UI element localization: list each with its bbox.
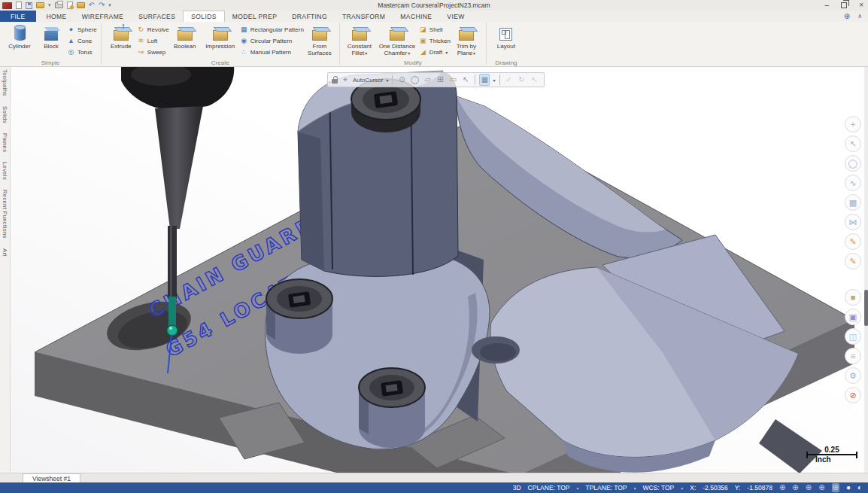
status-globe-active-icon[interactable]: ⊕ — [832, 483, 839, 492]
tab-wireframe[interactable]: WIREFRAME — [74, 11, 132, 22]
status-globe-icon[interactable]: ⊕ — [818, 483, 824, 492]
quickmask-select-drafting-button[interactable]: ✎ — [845, 253, 861, 269]
print-icon[interactable] — [55, 2, 63, 8]
quickmask-select-entity-button[interactable]: ↖ — [845, 135, 861, 152]
selection-end-icon[interactable]: ↖ — [530, 74, 540, 86]
quickmask-select-solids-button[interactable]: ■ — [845, 289, 861, 306]
viewport-scrollbar[interactable] — [864, 67, 868, 473]
constant-fillet-button[interactable]: Constant Fillet▾ — [344, 23, 375, 56]
quickmask-clear-selection-button[interactable]: ⊘ — [845, 387, 861, 403]
selection-icon[interactable]: ⊙ — [396, 74, 407, 86]
thicken-button[interactable]: ▣Thicken — [419, 36, 451, 45]
tab-machine[interactable]: MACHINE — [393, 11, 439, 22]
boss-bushing-bottom[interactable] — [359, 368, 425, 448]
quickmask-select-fence-button[interactable]: ▩ — [845, 194, 861, 211]
graphics-viewport[interactable]: CHAIN GUARD FI G54 LOCAT — [11, 67, 868, 473]
status-circle-icon[interactable]: ● — [846, 483, 851, 492]
draft-button[interactable]: ◢Draft▾ — [419, 47, 451, 56]
3d-model-canvas[interactable]: CHAIN GUARD FI G54 LOCAT — [11, 67, 868, 473]
cylinder-button[interactable]: Cylinder — [4, 23, 35, 50]
quickmask-select-splines-button[interactable]: ∿ — [845, 175, 861, 191]
torus-button[interactable]: ◎Torus — [67, 47, 97, 56]
status-globe-icon[interactable]: ⊕ — [806, 483, 812, 492]
open-dropdown-caret-icon[interactable]: ▾ — [48, 2, 51, 8]
viewsheet-tab[interactable]: Viewsheet #1 — [23, 473, 80, 482]
tab-model-prep[interactable]: MODEL PREP — [225, 11, 284, 22]
status-contrast-icon[interactable]: ◐ — [857, 483, 862, 492]
sphere-button[interactable]: ●Sphere — [67, 25, 97, 34]
edit-document-icon[interactable] — [67, 2, 73, 9]
selection-redo-icon[interactable]: ↻ — [517, 74, 527, 86]
tab-file[interactable]: FILE — [0, 11, 36, 22]
open-file-icon[interactable] — [36, 2, 44, 8]
cone-button[interactable]: ▲Cone — [67, 36, 97, 45]
quickmask-select-inbetween-button[interactable]: ⋈ — [845, 214, 861, 230]
status-tplane[interactable]: TPLANE: TOP — [586, 484, 627, 491]
rectangular-pattern-button[interactable]: ▦Rectangular Pattern — [240, 25, 304, 34]
from-surfaces-button[interactable]: From Surfaces — [304, 23, 335, 56]
redo-icon[interactable]: ↷ — [99, 2, 105, 9]
revolve-button[interactable]: ↻Revolve — [137, 25, 169, 34]
selection-cursor-icon[interactable]: ↖ — [460, 74, 471, 86]
tab-home[interactable]: HOME — [39, 11, 74, 22]
tab-transform[interactable]: TRANSFORM — [335, 11, 393, 22]
panel-tab-art[interactable]: Art — [2, 248, 8, 257]
status-globe-icon[interactable]: ⊕ — [779, 483, 785, 492]
lock-icon[interactable] — [332, 79, 338, 84]
close-button[interactable]: × — [859, 1, 863, 10]
selection-mode-active-icon[interactable]: ▦ — [479, 74, 490, 86]
boss-bushing-left[interactable] — [266, 279, 332, 354]
import-folder-icon[interactable] — [77, 2, 85, 8]
selection-mode-caret-icon[interactable]: ▾ — [493, 78, 495, 83]
quickmask-select-surfaces-button[interactable]: ▣ — [845, 309, 861, 325]
wcs-caret-icon[interactable]: ▾ — [681, 485, 683, 491]
panel-tab-levels[interactable]: Levels — [2, 162, 8, 180]
selection-validate-icon[interactable]: ✓ — [504, 74, 514, 86]
impression-button[interactable]: Impression — [201, 23, 240, 50]
quickmask-select-all-button[interactable]: + — [845, 116, 861, 132]
new-file-icon[interactable] — [16, 2, 22, 9]
status-globe-icon[interactable]: ⊕ — [792, 483, 798, 492]
selection-icon[interactable]: ⊞ — [435, 74, 445, 86]
selection-icon[interactable]: ▭ — [448, 74, 458, 86]
tab-solids[interactable]: SOLIDS — [183, 11, 225, 22]
status-mode[interactable]: 3D — [513, 484, 521, 491]
autocursor-icon[interactable]: ⌖ — [340, 74, 351, 86]
cplane-caret-icon[interactable]: ▾ — [576, 485, 578, 491]
shell-button[interactable]: ◪Shell — [419, 25, 451, 34]
undo-icon[interactable]: ↶ — [89, 2, 95, 9]
quickmask-settings-gear-button[interactable]: ⚙ — [845, 367, 861, 384]
customize-qat-caret-icon[interactable]: ▾ — [108, 2, 111, 8]
autocursor-caret-icon[interactable]: ▾ — [386, 78, 388, 83]
quickmask-select-labels-button[interactable]: ✎ — [845, 233, 861, 250]
restore-button[interactable] — [841, 2, 847, 8]
help-globe-icon[interactable]: ⊕ — [844, 12, 850, 21]
save-icon[interactable] — [26, 2, 32, 9]
boolean-button[interactable]: Boolean — [169, 23, 201, 50]
quickmask-select-circles-button[interactable]: ◯ — [845, 155, 861, 172]
block-button[interactable]: Block — [35, 23, 67, 50]
tab-view[interactable]: VIEW — [439, 11, 472, 22]
status-wcs[interactable]: WCS: TOP — [642, 484, 674, 491]
layout-button[interactable]: Layout — [490, 23, 522, 50]
quickmask-select-section-button[interactable]: ◫ — [845, 328, 861, 345]
selection-icon[interactable]: ◯ — [409, 74, 420, 86]
trim-by-plane-button[interactable]: Trim by Plane▾ — [451, 23, 482, 56]
panel-tab-toolpaths[interactable]: Toolpaths — [2, 69, 8, 96]
selection-icon[interactable]: ▱ — [422, 74, 432, 86]
tab-drafting[interactable]: DRAFTING — [284, 11, 335, 22]
one-distance-chamfer-button[interactable]: One Distance Chamfer▾ — [375, 23, 419, 56]
viewport-scrollbar-thumb[interactable] — [864, 290, 868, 326]
panel-tab-recent-functions[interactable]: Recent Functions — [2, 190, 8, 239]
extrude-button[interactable]: ↑ Extrude — [105, 23, 137, 50]
tab-surfaces[interactable]: SURFACES — [131, 11, 183, 22]
quickmask-select-wireframe-button[interactable]: ≡ — [845, 348, 861, 364]
minimize-button[interactable]: – — [825, 1, 830, 10]
status-cplane[interactable]: CPLANE: TOP — [528, 484, 570, 491]
collapse-ribbon-icon[interactable]: ∧ — [857, 13, 862, 20]
autocursor-label[interactable]: AutoCursor — [353, 77, 383, 84]
panel-tab-planes[interactable]: Planes — [2, 133, 8, 152]
loft-button[interactable]: ≋Loft — [137, 36, 169, 45]
manual-pattern-button[interactable]: ∴Manual Pattern — [240, 47, 304, 56]
sweep-button[interactable]: ↝Sweep — [137, 47, 169, 56]
